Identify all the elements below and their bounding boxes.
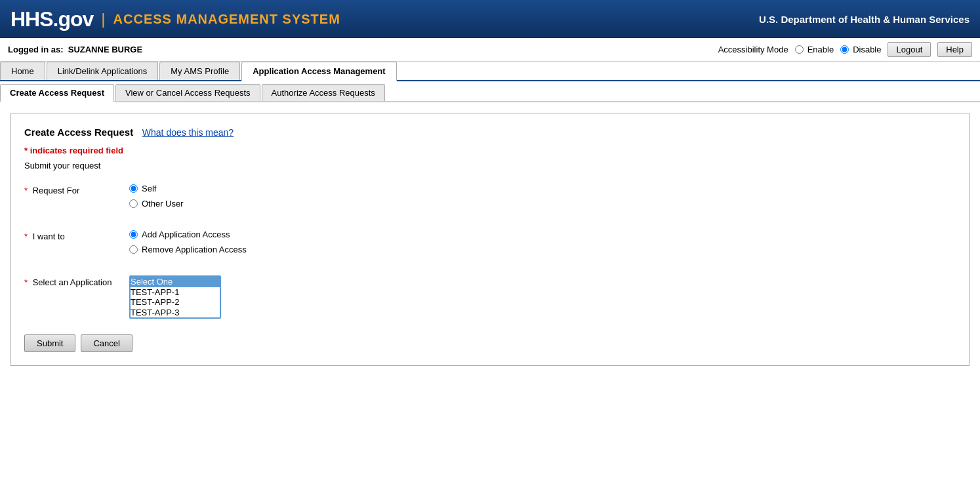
- accessibility-disable-radio[interactable]: [840, 45, 849, 54]
- subtab-view-cancel[interactable]: View or Cancel Access Requests: [115, 84, 260, 101]
- option-test-app-1[interactable]: TEST-APP-1: [131, 287, 220, 298]
- username: SUZANNE BURGE: [68, 45, 142, 54]
- remove-access-option[interactable]: Remove Application Access: [129, 245, 247, 254]
- subtab-create-access[interactable]: Create Access Request: [0, 84, 114, 102]
- option-test-app-3[interactable]: TEST-APP-3: [131, 308, 220, 318]
- tab-app-access[interactable]: Application Access Management: [241, 62, 397, 81]
- form-title: Create Access Request: [24, 127, 133, 138]
- other-user-option[interactable]: Other User: [129, 199, 184, 209]
- remove-access-label: Remove Application Access: [142, 245, 247, 254]
- application-select[interactable]: Select One TEST-APP-1 TEST-APP-2 TEST-AP…: [129, 275, 221, 319]
- accessibility-enable[interactable]: Enable: [795, 45, 834, 54]
- select-app-required-star: *: [24, 277, 28, 287]
- add-access-radio[interactable]: [129, 230, 138, 239]
- option-select-one[interactable]: Select One: [131, 277, 220, 287]
- enable-label: Enable: [807, 45, 834, 54]
- logo-hhs-text: HHS: [10, 7, 53, 31]
- hhs-logo: HHS.gov: [10, 7, 93, 31]
- tab-my-ams[interactable]: My AMS Profile: [159, 62, 240, 80]
- remove-access-radio[interactable]: [129, 245, 138, 254]
- logo-divider: |: [101, 10, 105, 28]
- action-buttons: Submit Cancel: [24, 334, 956, 352]
- system-title: ACCESS MANAGEMENT SYSTEM: [113, 12, 340, 27]
- accessibility-label: Accessibility Mode: [718, 45, 788, 54]
- form-title-row: Create Access Request What does this mea…: [24, 127, 956, 138]
- cancel-button[interactable]: Cancel: [81, 334, 132, 352]
- top-bar: Logged in as: SUZANNE BURGE Accessibilit…: [0, 38, 980, 62]
- header-left: HHS.gov | ACCESS MANAGEMENT SYSTEM: [10, 7, 340, 31]
- select-app-wrapper: Select One TEST-APP-1 TEST-APP-2 TEST-AP…: [129, 275, 221, 319]
- submit-button[interactable]: Submit: [24, 334, 75, 352]
- main-nav: Home Link/Delink Applications My AMS Pro…: [0, 62, 980, 81]
- accessibility-disable[interactable]: Disable: [840, 45, 881, 54]
- option-test-app-2[interactable]: TEST-APP-2: [131, 297, 220, 308]
- i-want-to-label: * I want to: [24, 230, 129, 241]
- required-note: * indicates required field: [24, 146, 956, 155]
- subtab-authorize[interactable]: Authorize Access Requests: [262, 84, 385, 101]
- request-for-required-star: *: [24, 186, 28, 195]
- disable-label: Disable: [853, 45, 881, 54]
- select-app-label-text: Select an Application: [33, 277, 112, 287]
- logout-button[interactable]: Logout: [888, 42, 931, 57]
- other-user-label: Other User: [142, 199, 184, 209]
- submit-request-text: Submit your request: [24, 161, 956, 171]
- i-want-to-required-star: *: [24, 231, 28, 241]
- select-app-label: * Select an Application: [24, 275, 129, 287]
- logo-gov-text: .gov: [53, 7, 94, 31]
- logged-in-info: Logged in as: SUZANNE BURGE: [8, 45, 142, 54]
- tab-link-delink[interactable]: Link/Delink Applications: [47, 62, 159, 80]
- content-area: Create Access Request What does this mea…: [0, 102, 980, 376]
- accessibility-enable-radio[interactable]: [795, 45, 804, 54]
- add-access-label: Add Application Access: [142, 230, 230, 239]
- tab-home[interactable]: Home: [0, 62, 45, 80]
- top-bar-right: Accessibility Mode Enable Disable Logout…: [718, 42, 972, 57]
- request-for-options: Self Other User: [129, 184, 184, 214]
- form-box: Create Access Request What does this mea…: [10, 113, 970, 366]
- header: HHS.gov | ACCESS MANAGEMENT SYSTEM U.S. …: [0, 0, 980, 38]
- sub-nav: Create Access Request View or Cancel Acc…: [0, 81, 980, 102]
- select-app-row: * Select an Application Select One TEST-…: [24, 275, 956, 319]
- what-does-link[interactable]: What does this mean?: [142, 127, 234, 138]
- i-want-to-row: * I want to Add Application Access Remov…: [24, 230, 956, 260]
- other-user-radio[interactable]: [129, 199, 138, 208]
- add-access-option[interactable]: Add Application Access: [129, 230, 247, 239]
- request-for-label-text: Request For: [33, 186, 80, 195]
- logged-in-label: Logged in as:: [8, 45, 64, 54]
- self-option[interactable]: Self: [129, 184, 184, 193]
- help-button[interactable]: Help: [937, 42, 972, 57]
- request-for-row: * Request For Self Other User: [24, 184, 956, 214]
- i-want-to-options: Add Application Access Remove Applicatio…: [129, 230, 247, 260]
- i-want-to-label-text: I want to: [33, 231, 65, 241]
- self-label: Self: [142, 184, 156, 193]
- request-for-label: * Request For: [24, 184, 129, 195]
- agency-name: U.S. Department of Health & Human Servic…: [759, 14, 970, 25]
- self-radio[interactable]: [129, 184, 138, 193]
